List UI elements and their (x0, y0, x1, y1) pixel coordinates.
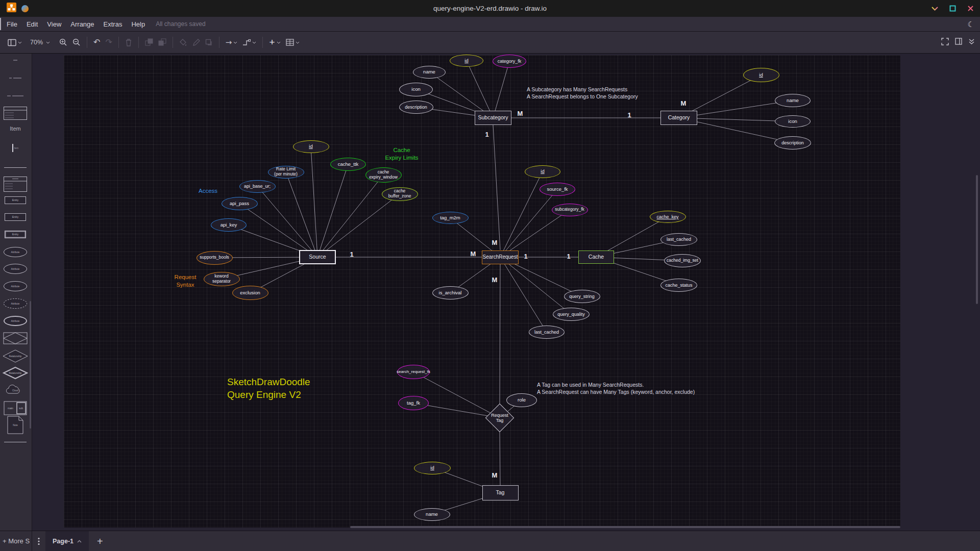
redo-button[interactable]: ↷ (103, 36, 114, 48)
attr-source-keword-separator[interactable]: keword separator (204, 272, 240, 286)
entity-category[interactable]: Category (660, 111, 697, 125)
page-tab[interactable]: Page-1 (45, 531, 89, 551)
entity-subcategory[interactable]: Subcategory (475, 111, 511, 125)
shape-entity-shape-3[interactable]: Entity (0, 228, 31, 241)
cardinality-label[interactable]: 1 (524, 253, 527, 260)
fill-color-button[interactable] (177, 37, 190, 48)
maximize-icon[interactable] (948, 4, 957, 13)
attr-category-id[interactable]: id (743, 68, 779, 82)
canvas-horizontal-scrollbar[interactable] (350, 526, 900, 528)
attr-subcategory-id[interactable]: id (450, 55, 483, 67)
attr-searchrequest-id[interactable]: id (525, 165, 560, 178)
cardinality-label[interactable]: 1 (485, 131, 488, 138)
zoom-in-button[interactable] (57, 36, 70, 48)
menu-edit[interactable]: Edit (22, 20, 42, 28)
shape-attribute-shape-2[interactable]: Attribute (0, 262, 31, 276)
label-brand[interactable]: SketchDrawDoodle Query Engine V2 (227, 376, 310, 401)
attr-searchrequest-subcategory-fk[interactable]: subcategory_fk (552, 204, 588, 216)
undo-button[interactable]: ↶ (91, 36, 103, 48)
shape-partial-shape[interactable] (0, 54, 31, 67)
attr-category-icon[interactable]: icon (775, 115, 811, 128)
attr-searchrequest-source-fk[interactable]: source_fk (540, 183, 575, 196)
cardinality-label[interactable]: M (492, 239, 498, 246)
attr-subcategory-name[interactable]: name (413, 66, 446, 79)
menu-arrange[interactable]: Arrange (66, 20, 99, 28)
attr-requesttag-search-request-fk[interactable]: search_request_fk (397, 365, 430, 379)
collapse-toolbar-button[interactable] (968, 38, 975, 47)
shape-multivalued-attribute-shape[interactable]: Attribute (0, 297, 31, 310)
attr-category-description[interactable]: description (774, 136, 811, 149)
shape-relationship-shape-2[interactable]: Relationship (0, 366, 31, 380)
shadow-button[interactable] (203, 37, 215, 48)
shape-table-rows-shape[interactable] (0, 178, 31, 191)
entity-source[interactable]: Source (299, 250, 336, 264)
attr-requesttag-tag-fk[interactable]: tag_fk (398, 396, 429, 410)
attr-requesttag-role[interactable]: role (506, 393, 537, 407)
menu-help[interactable]: Help (127, 20, 150, 28)
attr-subcategory-category-fk[interactable]: category_fk (493, 55, 526, 68)
grid-page[interactable] (64, 55, 900, 528)
shape-note-shape[interactable]: Note (0, 418, 31, 432)
cardinality-label[interactable]: 1 (627, 111, 631, 119)
shape-attribute-shape-3[interactable]: Attribute (0, 280, 31, 293)
attr-searchrequest-tag-m2m[interactable]: tag_m2m (432, 212, 469, 224)
attr-searchrequest-is-archival[interactable]: is_archival (432, 286, 469, 299)
attr-source-api-key[interactable]: api_key (211, 218, 247, 232)
shape-key-attribute-shape[interactable]: Attribute (0, 314, 31, 328)
dark-mode-toggle-icon[interactable]: ☾ (968, 20, 974, 28)
attr-subcategory-icon[interactable]: icon (399, 83, 433, 96)
attr-cache-cache-key[interactable]: cache_key (650, 211, 686, 223)
menu-extras[interactable]: Extras (99, 20, 127, 28)
minimize-icon[interactable] (930, 4, 939, 13)
waypoint-style-button[interactable] (240, 37, 259, 48)
to-front-button[interactable] (142, 36, 156, 48)
insert-button[interactable]: + (266, 36, 283, 48)
entity-searchrequest[interactable]: SearchRequest (482, 251, 519, 264)
attr-tag-id[interactable]: id (414, 462, 451, 474)
to-back-button[interactable] (156, 36, 169, 48)
attr-subcategory-description[interactable]: description (399, 101, 433, 114)
close-icon[interactable] (966, 4, 975, 13)
shape-attribute-shape-1[interactable]: Attribute (0, 245, 31, 259)
cardinality-label[interactable]: M (681, 99, 687, 107)
relationship-request-tag[interactable]: Request Tag (485, 404, 514, 432)
attr-cache-last-cached[interactable]: last_cached (660, 233, 697, 246)
attr-source-supports-bools[interactable]: supports_bools (197, 251, 233, 265)
diagram-canvas[interactable]: SubcategoryCategorySourceSearchRequestCa… (32, 54, 980, 531)
shape-line-shape[interactable] (0, 161, 31, 174)
shape-item-cursor-shape[interactable]: Item (0, 141, 31, 155)
zoom-select[interactable]: 70% (28, 37, 53, 48)
cardinality-label[interactable]: 1 (350, 251, 353, 258)
more-shapes-button[interactable]: + More S (0, 531, 32, 551)
view-button[interactable] (5, 37, 24, 48)
cardinality-label[interactable]: 1 (567, 253, 570, 260)
attr-searchrequest-query-quality[interactable]: query_quality (553, 308, 590, 321)
add-page-button[interactable]: + (89, 536, 111, 546)
shape-associative-entity-shape[interactable] (0, 332, 31, 345)
shape-text-shape[interactable] (0, 71, 31, 85)
entity-tag[interactable]: Tag (482, 485, 519, 500)
cardinality-label[interactable]: M (471, 250, 476, 258)
attr-source-rate-limit[interactable]: Rate Limit (per minute) (268, 166, 304, 179)
attr-source-cache-ttk[interactable]: cache_ttk (330, 158, 366, 171)
label-cache-expiry-limits[interactable]: Cache Expiry Limits (385, 146, 418, 162)
format-panel-toggle[interactable] (955, 38, 962, 47)
shape-relationship-shape-1[interactable]: Relationship (0, 349, 31, 363)
attr-category-name[interactable]: name (775, 94, 811, 107)
shape-line-shape-2[interactable] (0, 435, 31, 448)
connection-style-button[interactable]: → (223, 37, 240, 48)
attr-tag-name[interactable]: name (414, 508, 450, 521)
attr-source-id[interactable]: id (293, 140, 329, 153)
shape-item-label-shape[interactable]: Item (0, 122, 31, 135)
delete-button[interactable] (122, 36, 135, 48)
zoom-out-button[interactable] (70, 36, 83, 48)
label-access[interactable]: Access (199, 187, 217, 195)
note-tag-cardinality[interactable]: A Tag can be used in Many SearchRequests… (537, 382, 695, 395)
canvas-vertical-scrollbar[interactable] (976, 175, 978, 304)
shape-cloud-shape[interactable]: Cloud (0, 384, 31, 397)
shape-entity-shape-2[interactable]: Entity (0, 210, 31, 223)
attr-cache-cached-img-set[interactable]: cached_img_set (664, 254, 701, 267)
attr-searchrequest-last-cached[interactable]: last_cached (529, 325, 565, 339)
note-subcategory-cardinality[interactable]: A Subcategory has Many SearchRequests A … (527, 86, 638, 100)
attr-source-api-pass[interactable]: api_pass (222, 197, 258, 210)
